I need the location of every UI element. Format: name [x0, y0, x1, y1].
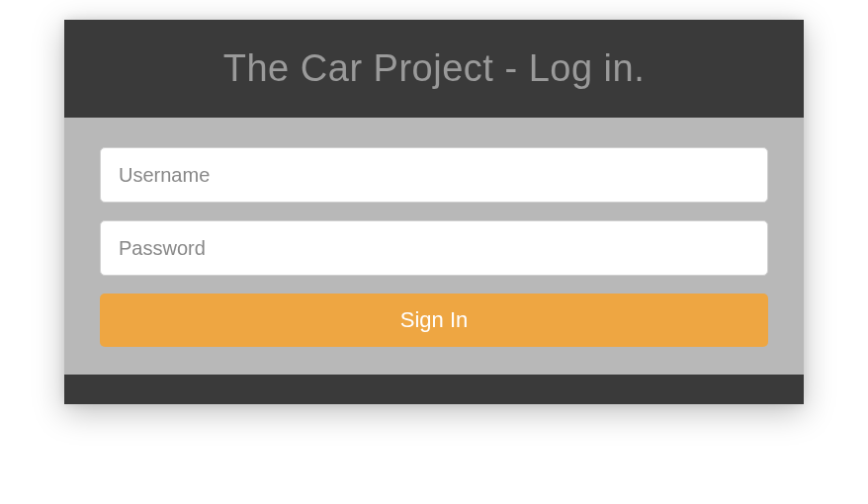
username-input[interactable]: [100, 147, 768, 203]
page-title: The Car Project - Log in.: [84, 47, 784, 90]
panel-body: Sign In: [64, 118, 804, 375]
login-panel: The Car Project - Log in. Sign In: [64, 20, 804, 404]
panel-footer: [64, 375, 804, 404]
password-input[interactable]: [100, 220, 768, 276]
signin-button[interactable]: Sign In: [100, 294, 768, 347]
panel-header: The Car Project - Log in.: [64, 20, 804, 118]
